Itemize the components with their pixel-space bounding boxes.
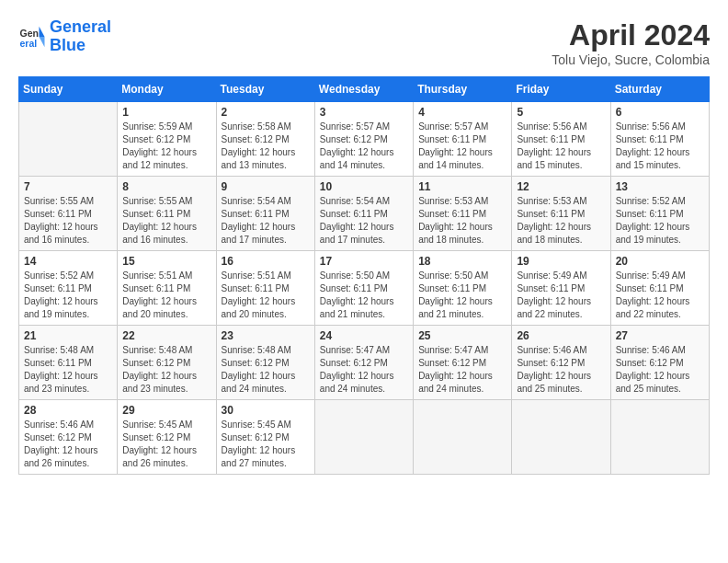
calendar-cell: 27Sunrise: 5:46 AMSunset: 6:12 PMDayligh… <box>610 326 709 400</box>
day-info: Sunrise: 5:58 AMSunset: 6:12 PMDaylight:… <box>222 121 310 172</box>
calendar-cell: 4Sunrise: 5:57 AMSunset: 6:11 PMDaylight… <box>414 102 512 177</box>
day-info: Sunrise: 5:57 AMSunset: 6:12 PMDaylight:… <box>320 121 408 172</box>
calendar-cell: 30Sunrise: 5:45 AMSunset: 6:12 PMDayligh… <box>216 400 314 475</box>
calendar-cell: 25Sunrise: 5:47 AMSunset: 6:12 PMDayligh… <box>414 326 512 400</box>
day-number: 4 <box>418 106 506 119</box>
header-cell-tuesday: Tuesday <box>216 77 314 102</box>
day-info: Sunrise: 5:54 AMSunset: 6:11 PMDaylight:… <box>222 195 310 247</box>
calendar-cell: 29Sunrise: 5:45 AMSunset: 6:12 PMDayligh… <box>118 400 216 475</box>
day-info: Sunrise: 5:47 AMSunset: 6:12 PMDaylight:… <box>418 344 506 396</box>
day-info: Sunrise: 5:55 AMSunset: 6:11 PMDaylight:… <box>24 195 112 247</box>
day-number: 19 <box>517 255 605 268</box>
day-info: Sunrise: 5:49 AMSunset: 6:11 PMDaylight:… <box>517 270 605 321</box>
calendar-body: 1Sunrise: 5:59 AMSunset: 6:12 PMDaylight… <box>19 102 710 475</box>
calendar-cell: 5Sunrise: 5:56 AMSunset: 6:11 PMDaylight… <box>512 102 610 177</box>
day-number: 29 <box>122 404 210 417</box>
calendar-header: SundayMondayTuesdayWednesdayThursdayFrid… <box>19 77 710 102</box>
calendar-cell: 6Sunrise: 5:56 AMSunset: 6:11 PMDaylight… <box>610 102 709 177</box>
calendar-cell: 26Sunrise: 5:46 AMSunset: 6:12 PMDayligh… <box>512 326 610 400</box>
svg-marker-3 <box>40 37 45 47</box>
day-number: 5 <box>517 106 605 119</box>
calendar-cell: 19Sunrise: 5:49 AMSunset: 6:11 PMDayligh… <box>512 251 610 326</box>
calendar-cell <box>512 400 610 475</box>
day-number: 27 <box>616 329 704 342</box>
calendar-cell: 11Sunrise: 5:53 AMSunset: 6:11 PMDayligh… <box>414 177 512 251</box>
day-info: Sunrise: 5:45 AMSunset: 6:12 PMDaylight:… <box>122 419 210 470</box>
day-number: 21 <box>24 329 112 342</box>
day-info: Sunrise: 5:52 AMSunset: 6:11 PMDaylight:… <box>616 195 704 247</box>
calendar-cell <box>414 400 512 475</box>
day-number: 28 <box>24 404 112 417</box>
header-cell-monday: Monday <box>118 77 216 102</box>
calendar-cell: 3Sunrise: 5:57 AMSunset: 6:12 PMDaylight… <box>314 102 413 177</box>
month-title: April 2024 <box>552 18 710 52</box>
day-number: 18 <box>418 255 506 268</box>
calendar-cell: 14Sunrise: 5:52 AMSunset: 6:11 PMDayligh… <box>19 251 118 326</box>
day-info: Sunrise: 5:59 AMSunset: 6:12 PMDaylight:… <box>122 121 210 172</box>
day-info: Sunrise: 5:46 AMSunset: 6:12 PMDaylight:… <box>517 344 605 396</box>
header-cell-friday: Friday <box>512 77 610 102</box>
day-number: 12 <box>517 180 605 193</box>
page-header: Gen eral General Blue April 2024 Tolu Vi… <box>18 18 710 67</box>
calendar-cell: 28Sunrise: 5:46 AMSunset: 6:12 PMDayligh… <box>19 400 118 475</box>
calendar-table: SundayMondayTuesdayWednesdayThursdayFrid… <box>18 76 710 475</box>
calendar-cell <box>19 102 118 177</box>
calendar-cell: 8Sunrise: 5:55 AMSunset: 6:11 PMDaylight… <box>118 177 216 251</box>
day-number: 24 <box>320 329 408 342</box>
header-cell-saturday: Saturday <box>610 77 709 102</box>
calendar-cell: 12Sunrise: 5:53 AMSunset: 6:11 PMDayligh… <box>512 177 610 251</box>
day-info: Sunrise: 5:49 AMSunset: 6:11 PMDaylight:… <box>616 270 704 321</box>
day-number: 22 <box>122 329 210 342</box>
day-info: Sunrise: 5:54 AMSunset: 6:11 PMDaylight:… <box>320 195 408 247</box>
calendar-week-2: 7Sunrise: 5:55 AMSunset: 6:11 PMDaylight… <box>19 177 710 251</box>
day-info: Sunrise: 5:45 AMSunset: 6:12 PMDaylight:… <box>222 419 310 470</box>
day-info: Sunrise: 5:46 AMSunset: 6:12 PMDaylight:… <box>616 344 704 396</box>
day-number: 23 <box>222 329 310 342</box>
calendar-week-4: 21Sunrise: 5:48 AMSunset: 6:11 PMDayligh… <box>19 326 710 400</box>
calendar-cell: 9Sunrise: 5:54 AMSunset: 6:11 PMDaylight… <box>216 177 314 251</box>
day-info: Sunrise: 5:57 AMSunset: 6:11 PMDaylight:… <box>418 121 506 172</box>
day-info: Sunrise: 5:48 AMSunset: 6:11 PMDaylight:… <box>24 344 112 396</box>
day-info: Sunrise: 5:50 AMSunset: 6:11 PMDaylight:… <box>320 270 408 321</box>
day-number: 15 <box>122 255 210 268</box>
calendar-cell <box>610 400 709 475</box>
calendar-cell: 13Sunrise: 5:52 AMSunset: 6:11 PMDayligh… <box>610 177 709 251</box>
day-info: Sunrise: 5:56 AMSunset: 6:11 PMDaylight:… <box>517 121 605 172</box>
header-cell-sunday: Sunday <box>19 77 118 102</box>
calendar-cell: 10Sunrise: 5:54 AMSunset: 6:11 PMDayligh… <box>314 177 413 251</box>
svg-marker-2 <box>40 27 45 37</box>
calendar-cell: 20Sunrise: 5:49 AMSunset: 6:11 PMDayligh… <box>610 251 709 326</box>
day-number: 30 <box>222 404 310 417</box>
logo-icon: Gen eral <box>18 23 46 51</box>
day-number: 17 <box>320 255 408 268</box>
day-number: 20 <box>616 255 704 268</box>
title-area: April 2024 Tolu Viejo, Sucre, Colombia <box>552 18 710 67</box>
day-info: Sunrise: 5:51 AMSunset: 6:11 PMDaylight:… <box>122 270 210 321</box>
day-number: 16 <box>222 255 310 268</box>
calendar-week-1: 1Sunrise: 5:59 AMSunset: 6:12 PMDaylight… <box>19 102 710 177</box>
calendar-cell: 24Sunrise: 5:47 AMSunset: 6:12 PMDayligh… <box>314 326 413 400</box>
header-cell-thursday: Thursday <box>414 77 512 102</box>
day-number: 26 <box>517 329 605 342</box>
calendar-cell: 17Sunrise: 5:50 AMSunset: 6:11 PMDayligh… <box>314 251 413 326</box>
day-number: 14 <box>24 255 112 268</box>
day-number: 8 <box>122 180 210 193</box>
day-info: Sunrise: 5:47 AMSunset: 6:12 PMDaylight:… <box>320 344 408 396</box>
logo-text: General Blue <box>50 18 111 55</box>
svg-text:eral: eral <box>20 37 38 48</box>
calendar-cell: 22Sunrise: 5:48 AMSunset: 6:12 PMDayligh… <box>118 326 216 400</box>
day-number: 25 <box>418 329 506 342</box>
calendar-cell <box>314 400 413 475</box>
header-row: SundayMondayTuesdayWednesdayThursdayFrid… <box>19 77 710 102</box>
calendar-week-3: 14Sunrise: 5:52 AMSunset: 6:11 PMDayligh… <box>19 251 710 326</box>
day-number: 2 <box>222 106 310 119</box>
calendar-week-5: 28Sunrise: 5:46 AMSunset: 6:12 PMDayligh… <box>19 400 710 475</box>
calendar-cell: 21Sunrise: 5:48 AMSunset: 6:11 PMDayligh… <box>19 326 118 400</box>
logo: Gen eral General Blue <box>18 18 111 55</box>
day-info: Sunrise: 5:48 AMSunset: 6:12 PMDaylight:… <box>222 344 310 396</box>
header-cell-wednesday: Wednesday <box>314 77 413 102</box>
day-info: Sunrise: 5:51 AMSunset: 6:11 PMDaylight:… <box>222 270 310 321</box>
day-number: 7 <box>24 180 112 193</box>
day-number: 6 <box>616 106 704 119</box>
calendar-cell: 16Sunrise: 5:51 AMSunset: 6:11 PMDayligh… <box>216 251 314 326</box>
